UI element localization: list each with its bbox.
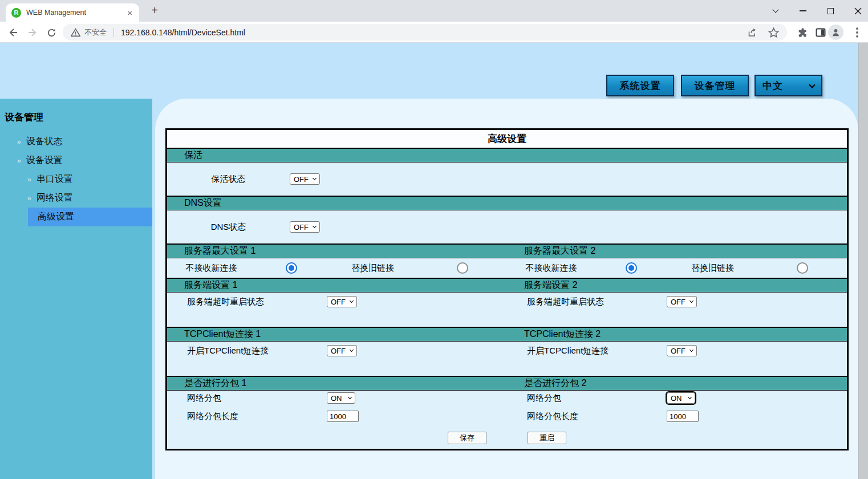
profile-avatar[interactable] [828,25,843,40]
server-side-header-2: 服务端设置 2 [507,279,577,291]
restart-button[interactable]: 重启 [528,432,566,444]
server-timeout-label-1: 服务端超时重启状态 [187,297,327,307]
radio-replace-old-link-2[interactable] [797,262,808,274]
sidebar-item-device-settings[interactable]: » 设备设置 [0,151,152,170]
minimize-button[interactable] [793,0,813,22]
packet-header-1: 是否进行分包 1 [167,377,246,389]
sidebar-item-network-settings[interactable]: » 网络设置 [0,189,152,208]
tab-bar: R WEB Management × + [0,0,868,22]
minimize-icon [800,10,806,11]
address-bar[interactable]: 不安全 192.168.0.148/html/DeviceSet.html [63,24,787,40]
form-actions-row: 保存 重启 [167,427,847,449]
section-header-dns: DNS设置 [167,196,847,210]
dns-status-row: DNS状态 OFF [167,210,847,243]
maximize-button[interactable] [821,0,840,22]
device-management-button[interactable]: 设备管理 [681,75,749,96]
favicon: R [11,8,21,18]
side-panel-button[interactable] [814,26,827,39]
network-packet-select-2[interactable]: ON [667,392,695,404]
network-packet-label-1: 网络分包 [187,393,327,404]
forward-button[interactable] [26,26,39,39]
network-packet-select-1[interactable]: ON [327,392,355,404]
content-area: 高级设置 保活 保活状态 OFF DNS设置 DNS状态 [155,99,858,479]
sidebar: 设备管理 » 设备状态 » 设备设置 » 串口设置 » 网络设置 [0,99,152,479]
reload-button[interactable] [45,26,58,39]
sidebar-item-device-status[interactable]: » 设备状态 [0,132,152,151]
tab-search-button[interactable] [766,0,785,22]
packet-length-row: 网络分包长度 网络分包长度 [167,405,847,427]
server-max-options-row: 不接收新连接 替换旧链接 不接收新连接 替换旧链接 [167,258,847,278]
browser-toolbar: 不安全 192.168.0.148/html/DeviceSet.html [0,22,868,43]
server-timeout-restart-select-2[interactable]: OFF [667,296,697,307]
tab-close-button[interactable]: × [126,9,133,17]
url-divider [113,28,114,37]
arrow-bullet-icon: » [27,194,31,202]
radio-no-new-connection-2[interactable] [626,262,637,274]
system-settings-button[interactable]: 系统设置 [606,75,674,96]
sidebar-item-advanced-settings[interactable]: 高级设置 [28,208,152,226]
person-icon [831,27,841,37]
server-timeout-restart-select-1[interactable]: OFF [327,296,357,307]
browser-menu-button[interactable] [851,26,863,39]
network-packet-row: 网络分包 ON 网络分包 ON [167,391,847,405]
maximize-icon [828,8,834,14]
packet-length-label-1: 网络分包长度 [187,411,327,422]
chevron-down-icon [772,6,778,13]
packet-header-2: 是否进行分包 2 [507,377,586,389]
section-header-server-max: 服务器最大设置 1 服务器最大设置 2 [167,243,847,258]
bookmark-button[interactable] [768,27,779,38]
server-max-header-1: 服务器最大设置 1 [167,245,255,257]
tcp-client-enable-label-1: 开启TCPClient短连接 [187,346,327,356]
tcp-client-header-1: TCPClient短连接 1 [167,328,261,340]
forward-icon [27,27,38,38]
arrow-bullet-icon: » [17,157,21,165]
section-header-tcp-client: TCPClient短连接 1 TCPClient短连接 2 [167,327,847,342]
security-label[interactable]: 不安全 [84,27,107,38]
warning-icon [71,28,80,37]
tcp-client-short-connection-select-1[interactable]: OFF [327,345,357,356]
section-header-server-side: 服务端设置 1 服务端设置 2 [167,278,847,293]
close-icon [854,7,862,15]
server-timeout-row: 服务端超时重启状态 OFF 服务端超时重启状态 OFF [167,293,847,327]
language-select[interactable]: 中文 [755,75,822,96]
keepalive-status-select[interactable]: OFF [290,173,320,185]
share-icon [747,27,758,38]
side-panel-icon [815,27,826,38]
keepalive-status-row: 保活状态 OFF [167,163,847,196]
new-tab-button[interactable]: + [147,3,162,18]
page-title: 高级设置 [167,130,847,148]
sidebar-title: 设备管理 [0,99,152,123]
save-button[interactable]: 保存 [448,432,486,444]
back-button[interactable] [7,26,19,39]
chevron-down-icon [348,395,352,399]
tcp-client-enable-label-2: 开启TCPClient短连接 [527,346,667,356]
chevron-down-icon [688,395,692,399]
puzzle-icon [796,27,808,38]
network-packet-label-2: 网络分包 [527,393,667,404]
page-scrollbar[interactable] [858,43,868,479]
server-max-header-2: 服务器最大设置 2 [507,245,595,257]
url-text[interactable]: 192.168.0.148/html/DeviceSet.html [121,28,245,37]
keepalive-status-label: 保活状态 [167,174,290,185]
packet-length-input-2[interactable] [667,411,699,422]
radio-replace-old-link-1[interactable] [457,262,468,274]
tcp-client-short-connection-select-2[interactable]: OFF [667,345,697,356]
advanced-settings-table: 高级设置 保活 保活状态 OFF DNS设置 DNS状态 [165,128,849,450]
star-icon [768,27,779,38]
radio-no-new-connection-1[interactable] [286,262,297,274]
no-new-connection-label-1: 不接收新连接 [167,263,255,274]
dns-status-select[interactable]: OFF [290,221,320,233]
share-button[interactable] [747,27,758,38]
chevron-down-icon [313,224,317,228]
replace-old-link-label-1: 替换旧链接 [327,263,419,274]
arrow-bullet-icon: » [17,138,21,146]
packet-length-input-1[interactable] [327,411,359,422]
sidebar-item-serial-settings[interactable]: » 串口设置 [0,170,152,189]
browser-tab[interactable]: R WEB Management × [6,3,139,22]
window-close-button[interactable] [848,0,867,22]
language-select-value: 中文 [762,79,783,92]
no-new-connection-label-2: 不接收新连接 [507,263,595,274]
extensions-button[interactable] [796,26,808,39]
chevron-down-icon [689,348,693,352]
back-icon [7,27,19,38]
